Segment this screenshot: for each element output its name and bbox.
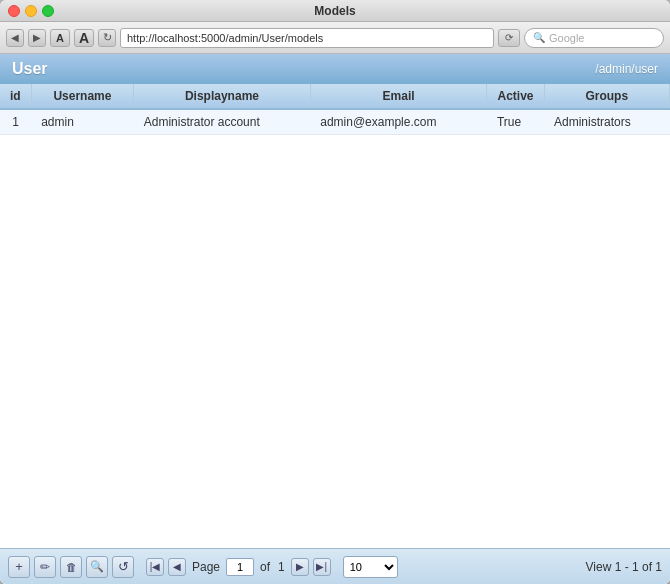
data-table: id Username Displayname Email Active (0, 84, 670, 135)
total-pages: 1 (278, 560, 285, 574)
table-header-row: id Username Displayname Email Active (0, 84, 670, 109)
refresh-action-button[interactable]: ↺ (112, 556, 134, 578)
table-container: id Username Displayname Email Active (0, 84, 670, 548)
maximize-button[interactable] (42, 5, 54, 17)
search-placeholder: Google (549, 32, 584, 44)
add-icon: + (15, 559, 23, 574)
page-input[interactable] (226, 558, 254, 576)
cell-active: True (487, 109, 544, 135)
cell-username: admin (31, 109, 134, 135)
edit-button[interactable]: ✏ (34, 556, 56, 578)
cell-email: admin@example.com (310, 109, 487, 135)
edit-icon: ✏ (40, 560, 50, 574)
delete-icon: 🗑 (66, 561, 77, 573)
col-email: Email (310, 84, 487, 109)
window: Models ◀ ▶ A A ↻ http://localhost:5000/a… (0, 0, 670, 584)
per-page-select[interactable]: 10 25 50 100 (343, 556, 398, 578)
page-header: User /admin/user (0, 54, 670, 84)
bottom-toolbar: + ✏ 🗑 🔍 ↺ |◀ ◀ Page of 1 ▶ (0, 548, 670, 584)
search-icon: 🔍 (533, 32, 545, 43)
address-bar[interactable]: http://localhost:5000/admin/User/models (120, 28, 494, 48)
cell-groups: Administrators (544, 109, 669, 135)
search-bar[interactable]: 🔍 Google (524, 28, 664, 48)
font-small-button[interactable]: A (50, 29, 70, 47)
browser-toolbar: ◀ ▶ A A ↻ http://localhost:5000/admin/Us… (0, 22, 670, 54)
page-title: User (12, 60, 48, 78)
close-button[interactable] (8, 5, 20, 17)
col-username: Username (31, 84, 134, 109)
traffic-lights (8, 5, 54, 17)
table-body: 1 admin Administrator account admin@exam… (0, 109, 670, 135)
add-button[interactable]: + (8, 556, 30, 578)
window-title: Models (314, 4, 355, 18)
col-displayname: Displayname (134, 84, 311, 109)
go-button[interactable]: ⟳ (498, 29, 520, 47)
cell-id: 1 (0, 109, 31, 135)
first-page-button[interactable]: |◀ (146, 558, 164, 576)
forward-button[interactable]: ▶ (28, 29, 46, 47)
refresh-action-icon: ↺ (118, 559, 129, 574)
col-id: id (0, 84, 31, 109)
font-large-button[interactable]: A (74, 29, 94, 47)
address-text: http://localhost:5000/admin/User/models (127, 32, 323, 44)
table-row[interactable]: 1 admin Administrator account admin@exam… (0, 109, 670, 135)
back-button[interactable]: ◀ (6, 29, 24, 47)
delete-button[interactable]: 🗑 (60, 556, 82, 578)
content-area: User /admin/user id Username Displayname (0, 54, 670, 584)
pagination: |◀ ◀ Page of 1 ▶ ▶| 10 25 50 100 (146, 556, 398, 578)
minimize-button[interactable] (25, 5, 37, 17)
title-bar: Models (0, 0, 670, 22)
search-action-icon: 🔍 (90, 560, 104, 573)
col-groups: Groups (544, 84, 669, 109)
cell-displayname: Administrator account (134, 109, 311, 135)
last-page-button[interactable]: ▶| (313, 558, 331, 576)
view-count: View 1 - 1 of 1 (586, 560, 663, 574)
refresh-nav-button[interactable]: ↻ (98, 29, 116, 47)
prev-page-button[interactable]: ◀ (168, 558, 186, 576)
search-action-button[interactable]: 🔍 (86, 556, 108, 578)
col-active: Active (487, 84, 544, 109)
of-label: of (260, 560, 270, 574)
next-page-button[interactable]: ▶ (291, 558, 309, 576)
page-path: /admin/user (595, 62, 658, 76)
page-label: Page (192, 560, 220, 574)
